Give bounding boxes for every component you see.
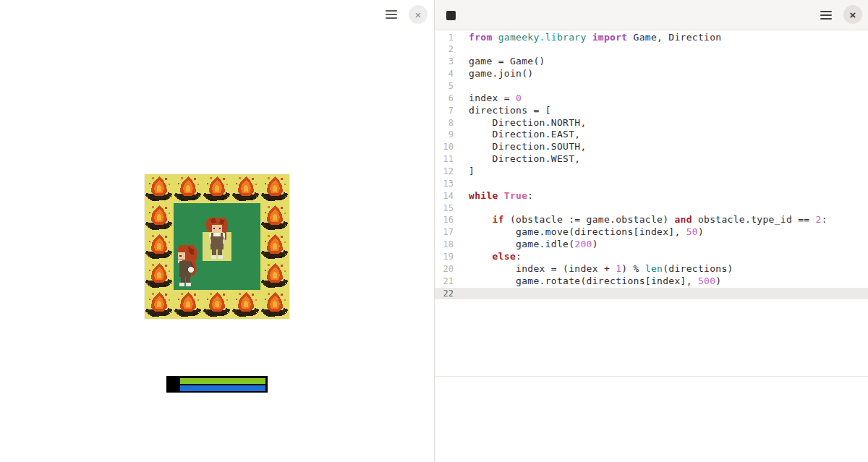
tile-grass [203, 261, 231, 290]
tile-campfire [231, 174, 260, 203]
line-number: 14 [435, 190, 454, 202]
campfire-icon [231, 174, 260, 203]
hamburger-icon [386, 14, 397, 15]
hamburger-icon [386, 10, 397, 12]
campfire-icon [145, 232, 174, 261]
code-line: 17 game.move(directions[index], 50) [435, 226, 868, 239]
code-line: 22 [435, 288, 868, 300]
hamburger-icon [386, 17, 397, 19]
stop-button[interactable] [446, 10, 456, 20]
campfire-icon [203, 174, 231, 203]
campfire-icon [145, 174, 174, 203]
tile-grass [231, 203, 260, 232]
campfire-icon [260, 290, 289, 319]
code-text [454, 288, 469, 300]
tile-campfire [145, 290, 174, 319]
code-text: game = Game() [454, 56, 545, 68]
tile-campfire [145, 203, 174, 232]
tile-campfire [145, 232, 174, 261]
hamburger-icon [820, 14, 832, 16]
viewer-close-button[interactable]: × [409, 5, 427, 24]
campfire-icon [174, 174, 203, 203]
line-number: 17 [435, 226, 454, 239]
stop-icon [446, 11, 456, 20]
code-text: if (obstacle := game.obstacle) and obsta… [454, 214, 827, 226]
tile-campfire [174, 290, 203, 319]
line-number: 3 [435, 56, 454, 68]
line-number: 18 [435, 239, 454, 251]
line-number: 15 [435, 202, 454, 215]
code-line: 11 Direction.WEST, [435, 153, 868, 166]
stat-bars [166, 376, 268, 393]
code-line: 15 [435, 202, 868, 215]
line-number: 12 [435, 166, 454, 178]
tile-campfire [260, 290, 289, 319]
editor-header: × [435, 0, 868, 30]
code-text: game.rotate(directions[index], 500) [454, 275, 721, 288]
close-icon: × [415, 9, 422, 20]
code-text: index = (index + 1) % len(directions) [454, 263, 733, 275]
campfire-icon [260, 232, 289, 261]
code-line: 8 Direction.NORTH, [435, 117, 868, 129]
gameeky-app: × × 1from gameeky.library import Game, D… [0, 0, 868, 462]
viewer-menu-button[interactable] [383, 7, 399, 22]
code-line: 13 [435, 178, 868, 190]
editor-close-button[interactable]: × [843, 5, 862, 24]
code-line: 2 [435, 43, 868, 56]
code-editor[interactable]: 1from gameeky.library import Game, Direc… [435, 30, 868, 376]
code-text: game.join() [454, 68, 533, 80]
campfire-icon [260, 174, 289, 203]
line-number: 1 [435, 32, 454, 44]
code-text [454, 178, 469, 190]
line-number: 10 [435, 141, 454, 153]
code-line: 12] [435, 166, 868, 178]
editor-menu-button[interactable] [818, 8, 834, 22]
hamburger-icon [820, 18, 832, 20]
line-number: 5 [435, 80, 454, 93]
line-number: 6 [435, 93, 454, 105]
line-number: 8 [435, 117, 454, 129]
character-front [205, 216, 229, 260]
campfire-icon [145, 203, 174, 232]
code-text [454, 80, 469, 93]
code-line: 10 Direction.SOUTH, [435, 141, 868, 153]
code-text: Direction.SOUTH, [454, 141, 587, 153]
tile-campfire [145, 261, 174, 290]
tile-campfire [260, 232, 289, 261]
tile-campfire [145, 174, 174, 203]
tile-campfire [203, 290, 231, 319]
code-line: 3game = Game() [435, 56, 868, 68]
campfire-icon [260, 261, 289, 290]
code-line: 4game.join() [435, 68, 868, 80]
tile-campfire [260, 203, 289, 232]
campfire-icon [203, 290, 231, 319]
code-text: from gameeky.library import Game, Direct… [454, 32, 722, 44]
code-line: 18 game.idle(200) [435, 239, 868, 251]
line-number: 13 [435, 178, 454, 190]
code-text: while True: [454, 190, 533, 202]
code-text: game.move(directions[index], 50) [454, 226, 704, 239]
tile-campfire [260, 174, 289, 203]
tile-grass [174, 203, 203, 232]
code-line: 7directions = [ [435, 105, 868, 117]
line-number: 7 [435, 105, 454, 117]
line-number: 19 [435, 251, 454, 263]
line-number: 22 [435, 288, 454, 300]
code-line: 5 [435, 80, 868, 93]
code-editor-pane: × 1from gameeky.library import Game, Dir… [434, 0, 868, 462]
line-number: 9 [435, 129, 454, 141]
game-scene[interactable] [145, 174, 289, 319]
tile-campfire [203, 174, 231, 203]
line-number: 2 [435, 43, 454, 56]
code-text [454, 202, 469, 215]
code-text: else: [454, 251, 522, 263]
code-line: 6index = 0 [435, 93, 868, 105]
code-line: 20 index = (index + 1) % len(directions) [435, 263, 868, 275]
campfire-icon [174, 290, 203, 319]
code-text: Direction.EAST, [454, 129, 580, 141]
line-number: 11 [435, 153, 454, 166]
code-text: game.idle(200) [454, 239, 598, 251]
character-side [174, 244, 198, 287]
output-console [435, 376, 868, 462]
code-line: 1from gameeky.library import Game, Direc… [435, 32, 868, 44]
